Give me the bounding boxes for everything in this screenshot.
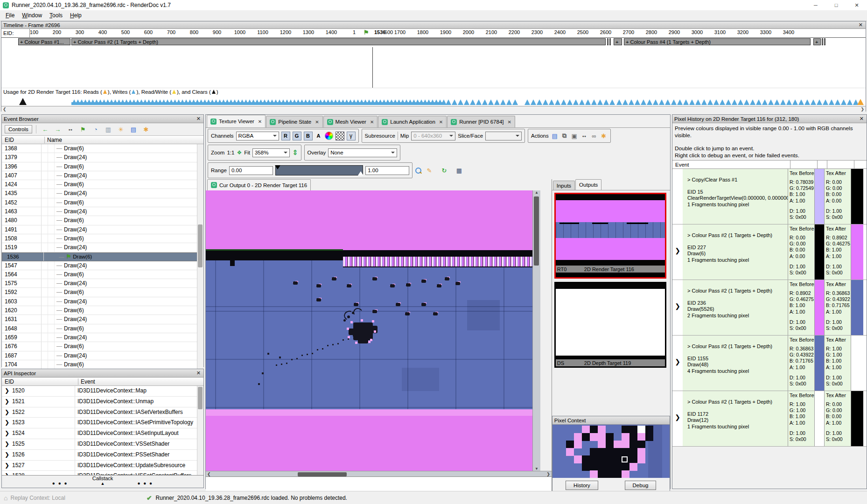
expand-up-icon[interactable]: ▲	[101, 481, 105, 486]
replay-context-icon[interactable]: ⌂	[4, 494, 7, 502]
expand-chevron-icon[interactable]: ❯	[672, 336, 683, 391]
scrollbar-thumb[interactable]	[534, 196, 539, 266]
api-call-row[interactable]: ❯1526ID3D11DeviceContext::PSSetShader	[2, 450, 203, 461]
pick-range-icon[interactable]: ✎	[424, 167, 434, 174]
scrollbar-thumb[interactable]	[298, 472, 347, 476]
api-call-row[interactable]: ❯1523ID3D11DeviceContext::IASetPrimitive…	[2, 418, 203, 428]
event-row[interactable]: 1463—Draw(24)	[2, 207, 203, 216]
texture-render-canvas[interactable]	[206, 190, 532, 471]
pixel-history-row[interactable]: ❯> Colour Pass #2 (1 Targets + Depth)EID…	[672, 336, 867, 391]
menu-file[interactable]: File	[2, 11, 18, 20]
event-row[interactable]: 1659—Draw(24)	[2, 333, 203, 342]
range-min-input[interactable]: 0.00	[229, 166, 273, 175]
texture-tab[interactable]: Cur Output 0 - 2D Render Target 116	[207, 179, 311, 190]
event-row[interactable]: 1379—Draw(24)	[2, 153, 203, 162]
pixel-history-row[interactable]: ❯> Colour Pass #2 (1 Targets + Depth)EID…	[672, 224, 867, 280]
pass-fragment-block[interactable]: +	[813, 38, 821, 45]
mip-select[interactable]: 0 - 640x360	[411, 132, 455, 140]
save-texture-icon[interactable]: ▤	[551, 133, 559, 140]
tab-texture-viewer[interactable]: Texture Viewer✕	[207, 115, 266, 127]
bookmark-icon[interactable]: ⚑	[78, 126, 88, 133]
find-texture-icon[interactable]: ●●	[580, 134, 588, 138]
eid-column-header[interactable]: EID	[2, 137, 44, 143]
depth-thumbnail[interactable]: DS 2D Depth Target 119	[554, 282, 666, 368]
range-slider[interactable]	[275, 165, 363, 175]
tab-pipeline-state[interactable]: Pipeline State✕	[266, 116, 322, 127]
tab-launch-application[interactable]: Launch Application✕	[378, 116, 447, 127]
expand-chevron-icon[interactable]: ❯	[2, 439, 12, 449]
rt0-thumbnail[interactable]: RT0 2D Render Target 116	[554, 193, 666, 279]
event-row[interactable]: 1407—Draw(24)	[2, 171, 203, 180]
event-row[interactable]: 1620—Draw(6)	[2, 306, 203, 315]
event-row[interactable]: 1631—Draw(24)	[2, 315, 203, 324]
api-call-row[interactable]: ❯1524ID3D11DeviceContext::IASetInputLayo…	[2, 428, 203, 439]
close-icon[interactable]: ✕	[859, 116, 865, 122]
texture-list-icon[interactable]: ▣	[571, 133, 578, 140]
scroll-right-icon[interactable]: ❯	[860, 107, 864, 112]
event-row[interactable]: 1536—⚑Draw(6)	[2, 252, 203, 261]
event-row[interactable]: 1564—Draw(6)	[2, 270, 203, 279]
blue-channel-button[interactable]: B	[304, 132, 313, 140]
history-button[interactable]: History	[566, 481, 598, 490]
event-row[interactable]: 1491—Draw(24)	[2, 225, 203, 234]
timeline-body[interactable]	[1, 47, 866, 88]
api-call-row[interactable]: ❯1520ID3D11DeviceContext::Map	[2, 386, 203, 397]
gamma-button[interactable]: γ	[347, 132, 356, 140]
usage-marker-strip[interactable]	[1, 95, 866, 106]
green-channel-button[interactable]: G	[293, 132, 301, 140]
pixel-history-row[interactable]: ❯> Colour Pass #2 (1 Targets + Depth)EID…	[672, 391, 867, 447]
autofit-range-icon[interactable]	[415, 168, 421, 174]
colour-pass-4-block[interactable]: + Colour Pass #4 (1 Targets + Depth)	[624, 38, 811, 45]
expand-chevron-icon[interactable]: ❯	[2, 450, 12, 460]
background-checker-button[interactable]	[336, 132, 344, 140]
eid-column-header[interactable]: EID	[2, 378, 78, 385]
red-channel-button[interactable]: R	[281, 132, 290, 140]
event-row[interactable]: 1575—Draw(24)	[2, 279, 203, 288]
channels-select[interactable]: RGBA	[236, 132, 279, 140]
zoom-1to1-button[interactable]: 1:1	[227, 150, 234, 155]
event-row[interactable]: 1424—Draw(6)	[2, 180, 203, 189]
canvas-vscrollbar[interactable]: ▲ ▼	[532, 190, 540, 471]
expand-chevron-icon[interactable]: ❯	[2, 418, 12, 428]
extensions-icon[interactable]: ✱	[600, 133, 608, 140]
expand-chevron-icon[interactable]: ❯	[2, 407, 12, 418]
timer-icon[interactable]: ◔	[91, 126, 101, 133]
custom-display-icon[interactable]	[325, 132, 333, 140]
api-call-row[interactable]: ❯1527ID3D11DeviceContext::UpdateSubresou…	[2, 461, 203, 471]
colour-pass-2-block[interactable]: + Colour Pass #2 (1 Targets + Depth)	[71, 38, 606, 45]
prev-event-icon[interactable]: ←	[40, 126, 50, 133]
copy-icon[interactable]: ⧉	[561, 132, 568, 140]
minimize-button[interactable]: ─	[805, 0, 826, 10]
expand-chevron-icon[interactable]: ❯	[2, 386, 12, 396]
event-row[interactable]: 1603—Draw(24)	[2, 297, 203, 306]
fit-button[interactable]: Fit	[244, 150, 250, 155]
event-row[interactable]: 1687—Draw(24)	[2, 351, 203, 360]
menu-window[interactable]: Window	[18, 11, 46, 20]
canvas-hscrollbar[interactable]: ❮ ❯	[206, 471, 552, 476]
next-event-icon[interactable]: →	[53, 126, 63, 133]
flip-y-icon[interactable]: ⇕	[292, 148, 298, 157]
scrollbar-thumb[interactable]	[198, 387, 203, 409]
timeline-ruler[interactable]: EID: 10020030040050060070080090010001100…	[1, 29, 866, 38]
maximize-button[interactable]: □	[826, 0, 846, 10]
extensions-icon[interactable]: ✱	[141, 126, 151, 133]
slice-face-select[interactable]	[485, 132, 522, 140]
controls-button[interactable]: Controls	[5, 125, 32, 133]
scroll-left-icon[interactable]: ❮	[3, 107, 7, 112]
event-row[interactable]: 1547—Draw(24)	[2, 261, 203, 270]
event-list-scrollbar[interactable]	[197, 144, 203, 369]
event-row[interactable]: 1435—Draw(24)	[2, 189, 203, 198]
expand-chevron-icon[interactable]: ❯	[2, 428, 12, 439]
tab-runner-pid-6784-[interactable]: Runner [PID 6784]✕	[447, 116, 515, 127]
expand-chevron-icon[interactable]: ❯	[672, 280, 683, 335]
overlay-select[interactable]: None	[328, 148, 397, 157]
scroll-left-icon[interactable]: ❮	[207, 472, 211, 476]
pixel-history-row[interactable]: > Copy/Clear Pass #1EID 15ClearRenderTar…	[672, 169, 867, 224]
expand-chevron-icon[interactable]: ❯	[672, 224, 683, 280]
stats-icon[interactable]: ▥	[103, 126, 113, 133]
export-icon[interactable]: ▤	[128, 126, 139, 133]
event-row[interactable]: 1368—Draw(6)	[2, 144, 203, 153]
tab-inputs[interactable]: Inputs	[553, 181, 575, 190]
callstack-section[interactable]: Callstack ● ● ● ▲ ● ● ●	[2, 475, 203, 488]
menu-tools[interactable]: Tools	[46, 11, 66, 20]
